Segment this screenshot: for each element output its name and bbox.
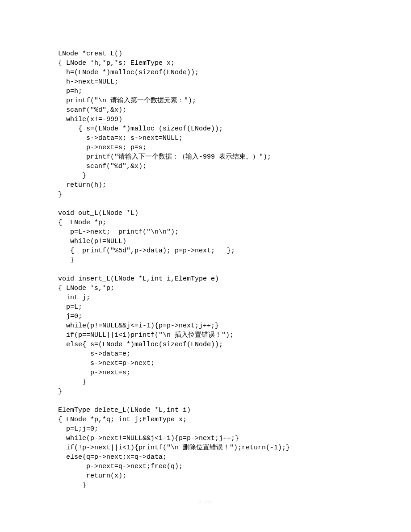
code-block: LNode *creat_L() { LNode *h,*p,*s; ElemT… xyxy=(58,49,353,490)
footer-watermark: WORD xyxy=(0,499,411,505)
document-page: LNode *creat_L() { LNode *h,*p,*s; ElemT… xyxy=(0,0,411,532)
